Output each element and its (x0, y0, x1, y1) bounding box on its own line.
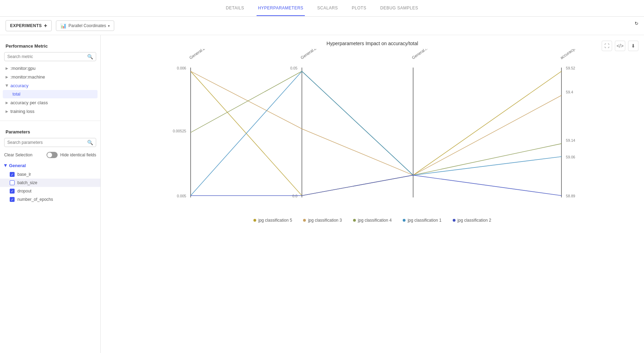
hide-identical-row: Hide identical fields (47, 152, 96, 158)
legend-jpg1[interactable]: jpg classification 1 (403, 218, 441, 223)
check-icon: ✓ (11, 173, 14, 176)
metric-group: ▶ :monitor:gpu ▶ :monitor:machine ▶ accu… (0, 63, 100, 116)
chart-icon: 📊 (60, 23, 66, 28)
param-label: number_of_epochs (17, 197, 53, 202)
legend-dot (353, 219, 356, 222)
param-number-of-epochs[interactable]: ✓ number_of_epochs (0, 195, 100, 204)
metric-label: training loss (10, 109, 34, 114)
chevron-down-icon: ▶ (4, 164, 8, 167)
tick-dropout-min: 0.0 (292, 194, 298, 198)
tick-base-lr-max: 0.006 (177, 66, 186, 70)
axis-label-accuracy: accuracy/total (559, 49, 583, 60)
tick-base-lr-mid: 0.00525 (173, 129, 186, 133)
legend-dot (453, 219, 455, 222)
chart-svg: General.base_lr... General.dropout.va...… (106, 49, 638, 212)
legend-dot (253, 219, 256, 222)
legend-dot (403, 219, 405, 222)
view-label: Parallel Coordinates (68, 23, 106, 28)
tick-accuracy-v2: 59.14 (566, 138, 575, 142)
chevron-right-icon: ▶ (6, 101, 8, 105)
legend-jpg4[interactable]: jpg classification 4 (353, 218, 392, 223)
metric-monitor-gpu[interactable]: ▶ :monitor:gpu (0, 64, 100, 73)
metric-label: accuracy per class (10, 100, 48, 105)
tick-dropout-max: 0.05 (290, 66, 298, 70)
metric-label: :monitor:gpu (10, 66, 35, 71)
search-icon: 🔍 (87, 54, 93, 59)
legend-dot (303, 219, 306, 222)
divider (0, 121, 100, 121)
legend-label: jpg classification 2 (458, 218, 491, 223)
clear-selection-button[interactable]: Clear Selection (4, 153, 32, 157)
line-jpg1 (191, 71, 561, 196)
hide-identical-toggle[interactable] (47, 152, 58, 158)
parameters-section: Parameters 🔍 Clear Selection Hide identi… (0, 125, 100, 205)
metric-accuracy-per-class[interactable]: ▶ accuracy per class (0, 98, 100, 107)
view-selector[interactable]: 📊 Parallel Coordinates ▾ (56, 20, 114, 31)
top-navigation: DETAILS HYPERPARAMETERS SCALARS PLOTS DE… (0, 0, 644, 17)
param-base-lr[interactable]: ✓ base_lr (0, 170, 100, 179)
metric-training-loss[interactable]: ▶ training loss (0, 107, 100, 116)
param-checkbox[interactable]: ✓ (10, 189, 15, 194)
chevron-right-icon: ▶ (6, 66, 8, 70)
chevron-down-icon: ▾ (108, 24, 110, 28)
tab-plots[interactable]: PLOTS (350, 1, 368, 16)
param-label: dropout (17, 189, 32, 194)
search-metric-box[interactable]: 🔍 (4, 52, 96, 61)
experiments-button[interactable]: EXPERIMENTS + (6, 20, 52, 31)
search-params-input[interactable] (7, 140, 87, 145)
tick-accuracy-max: 59.52 (566, 66, 575, 70)
chart-legend: jpg classification 5 jpg classification … (106, 218, 638, 223)
check-icon: ✓ (11, 189, 14, 193)
tab-details[interactable]: DETAILS (225, 1, 246, 16)
param-checkbox[interactable]: ✓ (10, 197, 15, 202)
legend-jpg5[interactable]: jpg classification 5 (253, 218, 292, 223)
axis-label-epochs: General.number_of_... (411, 49, 447, 60)
clear-hide-row: Clear Selection Hide identical fields (0, 149, 100, 161)
group-general-header[interactable]: ▶ General (0, 161, 100, 170)
main-content: Hyperparameters Impact on accuracy/total… (101, 35, 644, 353)
legend-jpg2[interactable]: jpg classification 2 (453, 218, 491, 223)
chevron-right-icon: ▶ (6, 109, 8, 113)
param-checkbox[interactable]: ✓ (10, 172, 15, 177)
tick-accuracy-v3: 59.06 (566, 155, 575, 159)
metric-label: :monitor:machine (10, 74, 45, 80)
metric-accuracy-total[interactable]: total (3, 90, 98, 98)
metric-monitor-machine[interactable]: ▶ :monitor:machine (0, 73, 100, 81)
axis-label-dropout: General.dropout.va... (300, 49, 334, 60)
toggle-knob (47, 153, 52, 157)
line-jpg3 (191, 71, 561, 175)
sidebar: Performance Metric 🔍 ▶ :monitor:gpu ▶ :m… (0, 35, 101, 353)
add-icon: + (44, 23, 48, 29)
chevron-down-icon: ▶ (5, 84, 9, 87)
param-batch-size[interactable]: batch_size (0, 179, 100, 187)
search-metric-input[interactable] (7, 54, 87, 59)
tab-hyperparameters[interactable]: HYPERPARAMETERS (257, 1, 305, 16)
legend-label: jpg classification 5 (258, 218, 292, 223)
param-label: batch_size (17, 180, 37, 185)
search-icon: 🔍 (87, 140, 93, 145)
metric-accuracy[interactable]: ▶ accuracy (0, 81, 100, 90)
legend-label: jpg classification 1 (408, 218, 441, 223)
tab-debug-samples[interactable]: DEBUG SAMPLES (379, 1, 419, 16)
performance-metric-title: Performance Metric (0, 41, 100, 50)
parallel-coordinates-chart: General.base_lr... General.dropout.va...… (106, 49, 638, 212)
tick-accuracy-min: 58.89 (566, 194, 575, 198)
axis-label-base-lr: General.base_lr... (189, 49, 217, 60)
legend-label: jpg classification 3 (308, 218, 342, 223)
legend-label: jpg classification 4 (358, 218, 392, 223)
param-checkbox[interactable] (10, 180, 15, 185)
parameters-title: Parameters (0, 126, 100, 136)
main-layout: Performance Metric 🔍 ▶ :monitor:gpu ▶ :m… (0, 35, 644, 353)
chevron-right-icon: ▶ (6, 75, 8, 79)
tab-scalars[interactable]: SCALARS (316, 1, 340, 16)
param-dropout[interactable]: ✓ dropout (0, 187, 100, 195)
check-icon: ✓ (11, 198, 14, 202)
group-label: General (9, 163, 26, 168)
line-jpg2 (191, 175, 561, 196)
search-params-box[interactable]: 🔍 (4, 138, 96, 147)
tick-base-lr-min: 0.005 (177, 194, 186, 198)
refresh-button[interactable]: ↻ (635, 21, 638, 26)
chart-title: Hyperparameters Impact on accuracy/total (106, 41, 638, 46)
toolbar: EXPERIMENTS + 📊 Parallel Coordinates ▾ ↻ (0, 17, 644, 35)
legend-jpg3[interactable]: jpg classification 3 (303, 218, 342, 223)
